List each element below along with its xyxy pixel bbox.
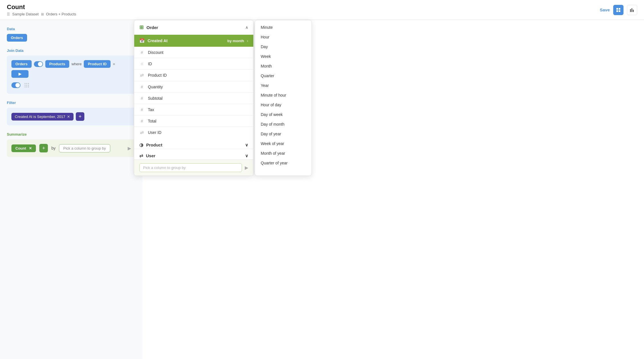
- grid-icon: ⊞: [41, 12, 44, 16]
- group-by-input[interactable]: Pick a column to group by: [139, 163, 242, 172]
- join-toggle-2[interactable]: [11, 82, 21, 88]
- field-name: Discount: [148, 50, 163, 55]
- join-where-text: where: [72, 62, 81, 66]
- time-option[interactable]: Year: [255, 81, 311, 90]
- join-toggle[interactable]: [34, 61, 43, 67]
- by-month-label: by month: [227, 39, 244, 43]
- toggle-knob-2: [15, 83, 20, 87]
- dropdown-field-item[interactable]: # Total: [134, 115, 253, 127]
- query-builder: Data Orders Join data Orders Products wh…: [0, 20, 142, 359]
- field-name: Product ID: [148, 73, 167, 77]
- field-name: Quantity: [148, 85, 163, 89]
- group-by-row-arrow: ▶: [245, 165, 248, 170]
- breadcrumb-dataset: Sample Dataset: [12, 12, 39, 16]
- join-section: Join data Orders Products where Product …: [7, 48, 136, 94]
- table-view-button[interactable]: [613, 5, 623, 15]
- product-chevron-down: ∨: [245, 142, 248, 148]
- dropdown-field-item[interactable]: # Quantity: [134, 81, 253, 93]
- dropdown-header: ⊞ Order ∧: [134, 20, 253, 35]
- header-left: Count ☰ Sample Dataset ⊞ Orders + Produc…: [7, 3, 76, 16]
- dropdown-field-item[interactable]: ⇄ User ID: [134, 127, 253, 138]
- svg-rect-2: [616, 10, 618, 12]
- count-remove-btn[interactable]: ✕: [29, 146, 32, 150]
- join-grid-btn[interactable]: [23, 81, 31, 89]
- svg-rect-0: [616, 8, 618, 10]
- time-panel: MinuteHourDayWeekMonthQuarterYearMinute …: [255, 20, 312, 176]
- join-right-pill[interactable]: Products: [45, 60, 69, 68]
- svg-point-12: [28, 85, 29, 86]
- orders-data-pill[interactable]: Orders: [7, 34, 27, 42]
- join-condition-pill[interactable]: Product ID: [84, 60, 111, 68]
- field-name: Subtotal: [148, 96, 162, 101]
- time-option[interactable]: Hour of day: [255, 100, 311, 110]
- time-option[interactable]: Week: [255, 52, 311, 61]
- time-option[interactable]: Day of week: [255, 110, 311, 119]
- svg-rect-5: [631, 8, 632, 12]
- time-option[interactable]: Day: [255, 42, 311, 52]
- field-type-icon: #: [139, 119, 144, 123]
- page-title: Count: [7, 3, 76, 11]
- data-box: Orders: [7, 34, 136, 42]
- group-by-arrow: ▶: [128, 146, 131, 151]
- field-name: ID: [148, 62, 152, 66]
- dropdown-field-item[interactable]: ○ ID: [134, 58, 253, 70]
- dropdown-overlay: ⊞ Order ∧ 📅 Created At by month › # Disc…: [134, 20, 312, 176]
- time-option[interactable]: Quarter: [255, 71, 311, 81]
- group-by-pill[interactable]: Pick a column to group by: [59, 144, 110, 152]
- header-right: Save: [600, 5, 637, 15]
- svg-rect-4: [630, 9, 631, 12]
- save-button[interactable]: Save: [600, 7, 610, 12]
- summarize-add-btn[interactable]: +: [39, 144, 48, 152]
- dropdown-chevron-up[interactable]: ∧: [245, 25, 248, 30]
- group-by-placeholder: Pick a column to group by: [63, 146, 106, 150]
- main-dropdown: ⊞ Order ∧ 📅 Created At by month › # Disc…: [134, 20, 254, 176]
- filter-add-btn[interactable]: +: [76, 112, 84, 121]
- data-section: Data Orders: [7, 27, 136, 42]
- dropdown-field-item[interactable]: # Subtotal: [134, 93, 253, 104]
- chart-view-button[interactable]: [627, 5, 637, 15]
- time-option[interactable]: Month: [255, 61, 311, 71]
- group-by-row: Pick a column to group by ▶: [134, 160, 253, 176]
- time-option[interactable]: Month of year: [255, 148, 311, 158]
- filter-pill[interactable]: Created At is September, 2017 ✕: [11, 113, 74, 121]
- product-section-header[interactable]: ◑ Product ∨: [134, 138, 253, 149]
- time-option[interactable]: Minute of hour: [255, 90, 311, 100]
- user-chevron-down: ∨: [245, 153, 248, 158]
- join-value-pill[interactable]: ▶: [11, 70, 28, 78]
- filter-remove-btn[interactable]: ✕: [67, 115, 70, 119]
- join-left-pill[interactable]: Orders: [11, 60, 32, 68]
- time-option[interactable]: Day of month: [255, 119, 311, 129]
- dataset-icon: ☰: [7, 12, 10, 16]
- join-box: Orders Products where Product ID = ▶: [7, 56, 136, 94]
- user-section-header[interactable]: ⇄ User ∨: [134, 149, 253, 160]
- field-type-icon: #: [139, 84, 144, 89]
- filter-label: Filter: [7, 101, 136, 105]
- field-type-icon: ○: [139, 61, 144, 66]
- count-pill[interactable]: Count ✕: [11, 144, 36, 152]
- join-actions: [11, 81, 131, 89]
- order-table-icon: ⊞: [139, 24, 144, 30]
- dropdown-title: Order: [146, 25, 158, 30]
- by-text: by: [51, 146, 56, 150]
- time-option[interactable]: Day of year: [255, 129, 311, 139]
- field-type-icon: #: [139, 50, 144, 55]
- time-option[interactable]: Week of year: [255, 139, 311, 148]
- dropdown-header-left: ⊞ Order: [139, 24, 158, 30]
- dropdown-field-item[interactable]: ⇄ Product ID: [134, 70, 253, 81]
- join-equals: =: [113, 62, 115, 66]
- svg-point-14: [27, 87, 27, 87]
- svg-rect-1: [619, 8, 620, 10]
- field-name: Total: [148, 119, 156, 123]
- join-row: Orders Products where Product ID = ▶: [11, 60, 131, 78]
- join-label: Join data: [7, 48, 136, 53]
- time-option[interactable]: Quarter of year: [255, 158, 311, 168]
- created-at-row[interactable]: 📅 Created At by month ›: [134, 35, 253, 47]
- field-name: Tax: [148, 107, 154, 112]
- filter-pill-text: Created At is September, 2017: [15, 115, 65, 119]
- dropdown-field-item[interactable]: # Discount: [134, 47, 253, 58]
- time-option[interactable]: Minute: [255, 23, 311, 32]
- product-toggle-icon: ◑: [139, 142, 143, 148]
- svg-point-7: [25, 83, 26, 84]
- time-option[interactable]: Hour: [255, 32, 311, 42]
- dropdown-field-item[interactable]: # Tax: [134, 104, 253, 115]
